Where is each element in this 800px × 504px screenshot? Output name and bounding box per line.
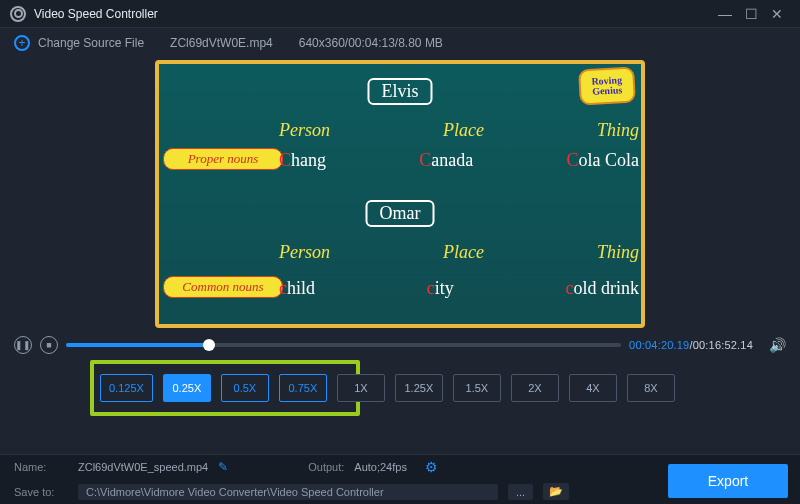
speed-1.25x[interactable]: 1.25X [395, 374, 443, 402]
header-thing: Thing [597, 120, 639, 141]
output-label: Output: [308, 461, 344, 473]
play-pause-button[interactable]: ❚❚ [14, 336, 32, 354]
speed-0.125x[interactable]: 0.125X [100, 374, 153, 402]
total-time: 00:16:52.14 [693, 339, 753, 351]
playback-controls: ❚❚ ■ 00:04:20.19/00:16:52.14 🔊 [0, 328, 800, 360]
video-title-box-2: Omar [366, 200, 435, 227]
minimize-button[interactable]: — [712, 6, 738, 22]
browse-path-button[interactable]: ... [508, 484, 533, 500]
common-nouns-values: child city cold drink [279, 278, 639, 299]
video-preview[interactable]: Roving Genius Elvis Person Place Thing P… [155, 60, 645, 328]
footer: Name: ZCl69dVtW0E_speed.mp4 ✎ Output: Au… [0, 454, 800, 504]
proper-val-1: Chang [279, 150, 326, 171]
output-filename: ZCl69dVtW0E_speed.mp4 [78, 461, 208, 473]
video-watermark-badge: Roving Genius [578, 67, 636, 106]
volume-icon[interactable]: 🔊 [769, 337, 786, 353]
source-meta: 640x360/00:04:13/8.80 MB [299, 36, 443, 50]
saveto-label: Save to: [14, 486, 68, 498]
header-place: Place [443, 120, 484, 141]
video-headers-1: Person Place Thing [279, 120, 639, 141]
change-source-button[interactable]: + Change Source File [14, 35, 144, 51]
speed-2x[interactable]: 2X [511, 374, 559, 402]
output-settings-icon[interactable]: ⚙ [425, 459, 438, 475]
source-bar: + Change Source File ZCl69dVtW0E.mp4 640… [0, 28, 800, 58]
change-source-label: Change Source File [38, 36, 144, 50]
proper-nouns-values: Chang Canada Cola Cola [279, 150, 639, 171]
save-path[interactable]: C:\Vidmore\Vidmore Video Converter\Video… [78, 484, 498, 500]
common-val-3: cold drink [566, 278, 640, 299]
seek-thumb[interactable] [203, 339, 215, 351]
output-format-value: Auto;24fps [354, 461, 407, 473]
video-headers-2: Person Place Thing [279, 242, 639, 263]
proper-val-2: Canada [419, 150, 473, 171]
plus-icon: + [14, 35, 30, 51]
edit-name-icon[interactable]: ✎ [218, 460, 228, 474]
app-title: Video Speed Controller [34, 7, 712, 21]
speed-section: 0.125X0.25X0.5X0.75X1X1.25X1.5X2X4X8X [0, 360, 800, 428]
speed-8x[interactable]: 8X [627, 374, 675, 402]
speed-4x[interactable]: 4X [569, 374, 617, 402]
proper-nouns-label: Proper nouns [163, 148, 283, 170]
header-person: Person [279, 120, 330, 141]
proper-val-3: Cola Cola [566, 150, 639, 171]
current-time: 00:04:20.19 [629, 339, 689, 351]
common-val-2: city [427, 278, 454, 299]
header-person-2: Person [279, 242, 330, 263]
app-logo-icon [10, 6, 26, 22]
export-button[interactable]: Export [668, 464, 788, 498]
speed-0.25x[interactable]: 0.25X [163, 374, 211, 402]
speed-1x[interactable]: 1X [337, 374, 385, 402]
open-folder-button[interactable]: 📂 [543, 483, 569, 500]
seek-bar[interactable] [66, 343, 621, 347]
speed-1.5x[interactable]: 1.5X [453, 374, 501, 402]
time-display: 00:04:20.19/00:16:52.14 [629, 339, 753, 351]
speed-0.75x[interactable]: 0.75X [279, 374, 327, 402]
seek-progress [66, 343, 209, 347]
common-nouns-label: Common nouns [163, 276, 283, 298]
header-place-2: Place [443, 242, 484, 263]
source-filename: ZCl69dVtW0E.mp4 [170, 36, 273, 50]
name-label: Name: [14, 461, 68, 473]
video-title-box-1: Elvis [367, 78, 432, 105]
common-val-1: child [279, 278, 315, 299]
speed-options: 0.125X0.25X0.5X0.75X1X1.25X1.5X2X4X8X [100, 374, 675, 402]
stop-button[interactable]: ■ [40, 336, 58, 354]
speed-0.5x[interactable]: 0.5X [221, 374, 269, 402]
maximize-button[interactable]: ☐ [738, 6, 764, 22]
title-bar: Video Speed Controller — ☐ ✕ [0, 0, 800, 28]
video-stage: Roving Genius Elvis Person Place Thing P… [0, 58, 800, 328]
close-button[interactable]: ✕ [764, 6, 790, 22]
header-thing-2: Thing [597, 242, 639, 263]
